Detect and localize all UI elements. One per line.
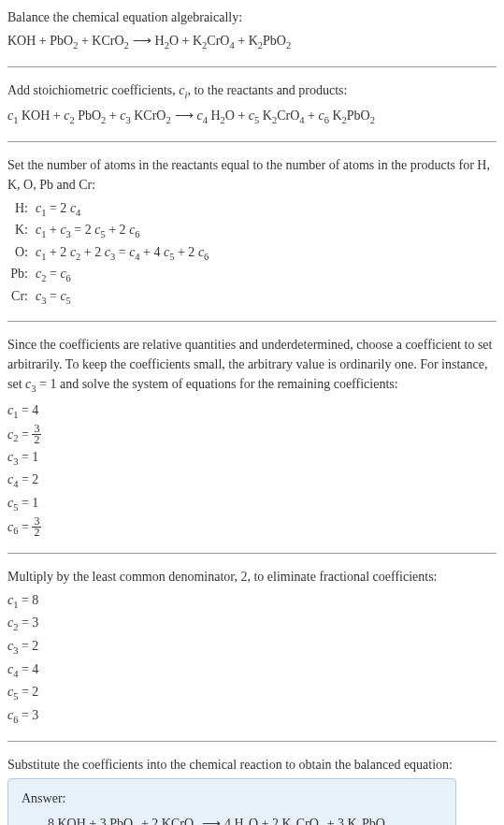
unbalanced-equation: KOH + PbO2 + KCrO2 ⟶ H2O + K2CrO4 + K2Pb… — [7, 31, 497, 53]
atom-balance-text: Set the number of atoms in the reactants… — [7, 155, 497, 195]
divider — [7, 66, 497, 67]
atom-balance-table: H: c1 = 2 c4 K: c1 + c3 = 2 c5 + 2 c6 O:… — [7, 198, 209, 309]
section-answer: Substitute the coefficients into the che… — [7, 755, 497, 825]
product-2: K — [193, 34, 202, 48]
answer-label: Answer: — [22, 789, 442, 808]
coef-c1-int: c1 = 8 — [7, 590, 497, 614]
coef-c2: c2 = 32 — [7, 424, 497, 447]
divider — [7, 741, 497, 742]
coef-c6: c6 = 32 — [7, 516, 497, 540]
coef-c5: c5 = 1 — [7, 493, 497, 516]
balanced-equation: 8 KOH + 3 PbO2 + 2 KCrO2 ⟶ 4 H2O + 2 K2C… — [22, 814, 442, 825]
reactant-3: KCrO — [92, 34, 123, 48]
product-3: K — [249, 34, 258, 48]
solve-text: Since the coefficients are relative quan… — [7, 335, 497, 397]
atom-row-cr: Cr: c3 = c5 — [7, 286, 209, 309]
section-stoichiometric: Add stoichiometric coefficients, ci, to … — [7, 80, 497, 128]
atom-row-o: O: c1 + 2 c2 + 2 c3 = c4 + 4 c5 + 2 c6 — [7, 242, 209, 265]
coef-c4: c4 = 2 — [7, 470, 497, 493]
coef-c5-int: c5 = 2 — [7, 682, 497, 705]
atom-row-pb: Pb: c2 = c6 — [7, 264, 209, 286]
reactant-1: KOH — [7, 34, 36, 48]
coef-c3-int: c3 = 2 — [7, 636, 497, 659]
section-balance-intro: Balance the chemical equation algebraica… — [7, 7, 497, 53]
answer-intro: Substitute the coefficients into the che… — [7, 755, 497, 774]
coef-list-integer: c1 = 8 c2 = 3 c3 = 2 c4 = 4 c5 = 2 c6 = … — [7, 590, 497, 729]
product-1: H — [155, 34, 165, 48]
arrow-icon: ⟶ — [129, 33, 155, 48]
divider — [7, 141, 497, 142]
section-multiply: Multiply by the least common denominator… — [7, 567, 497, 729]
divider — [7, 321, 497, 322]
arrow-icon: ⟶ — [171, 108, 197, 123]
divider — [7, 553, 497, 554]
coef-c3: c3 = 1 — [7, 447, 497, 470]
arrow-icon: ⟶ — [198, 816, 224, 825]
coef-c2-int: c2 = 3 — [7, 613, 497, 636]
intro-text: Balance the chemical equation algebraica… — [7, 7, 497, 27]
coef-c1: c1 = 4 — [7, 400, 497, 424]
coef-list-fractional: c1 = 4 c2 = 32 c3 = 1 c4 = 2 c5 = 1 c6 =… — [7, 400, 497, 540]
stoich-text: Add stoichiometric coefficients, ci, to … — [7, 80, 497, 103]
coef-c4-int: c4 = 4 — [7, 659, 497, 683]
section-solve: Since the coefficients are relative quan… — [7, 335, 497, 539]
coef-c6-int: c6 = 3 — [7, 705, 497, 729]
reactant-2: PbO — [50, 34, 73, 48]
multiply-text: Multiply by the least common denominator… — [7, 567, 497, 586]
section-atom-balance: Set the number of atoms in the reactants… — [7, 155, 497, 309]
stoich-equation: c1 KOH + c2 PbO2 + c3 KCrO2 ⟶ c4 H2O + c… — [7, 106, 497, 128]
atom-row-k: K: c1 + c3 = 2 c5 + 2 c6 — [7, 220, 209, 242]
atom-row-h: H: c1 = 2 c4 — [7, 198, 209, 221]
answer-box: Answer: 8 KOH + 3 PbO2 + 2 KCrO2 ⟶ 4 H2O… — [7, 778, 456, 825]
